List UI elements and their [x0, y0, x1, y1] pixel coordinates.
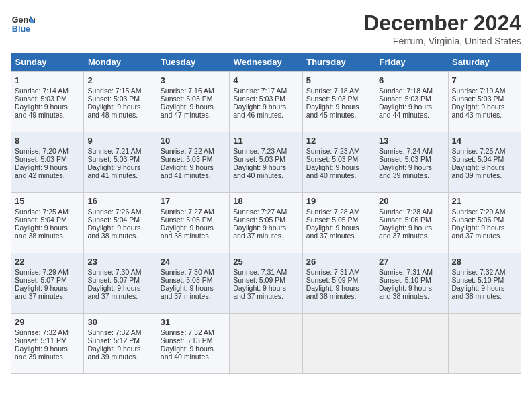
sunrise-text: Sunrise: 7:28 AM — [379, 208, 444, 216]
calendar-cell: 31Sunrise: 7:32 AMSunset: 5:13 PMDayligh… — [157, 314, 229, 374]
day-number: 25 — [233, 257, 298, 267]
logo: General Blue — [11, 11, 38, 35]
day-number: 7 — [452, 75, 517, 85]
daylight-text: Daylight: 9 hours and 37 minutes. — [379, 224, 444, 240]
sunrise-text: Sunrise: 7:30 AM — [87, 268, 152, 276]
day-number: 30 — [87, 317, 152, 327]
calendar-cell: 17Sunrise: 7:27 AMSunset: 5:05 PMDayligh… — [157, 193, 229, 253]
sunset-text: Sunset: 5:05 PM — [306, 216, 371, 224]
col-header-sunday: Sunday — [11, 53, 84, 72]
day-number: 9 — [87, 136, 152, 146]
calendar-cell: 16Sunrise: 7:26 AMSunset: 5:04 PMDayligh… — [84, 193, 157, 253]
calendar-cell: 11Sunrise: 7:23 AMSunset: 5:03 PMDayligh… — [230, 132, 302, 193]
sunset-text: Sunset: 5:03 PM — [379, 95, 444, 103]
sunset-text: Sunset: 5:13 PM — [161, 336, 226, 345]
day-number: 22 — [15, 257, 80, 267]
calendar-cell — [375, 314, 448, 374]
sunset-text: Sunset: 5:03 PM — [306, 95, 371, 103]
day-number: 18 — [233, 196, 298, 206]
header: General Blue December 2024 Ferrum, Virgi… — [11, 11, 521, 46]
col-header-wednesday: Wednesday — [230, 53, 302, 72]
calendar-cell: 13Sunrise: 7:24 AMSunset: 5:03 PMDayligh… — [375, 132, 448, 193]
sunrise-text: Sunrise: 7:32 AM — [15, 328, 80, 336]
logo-icon: General Blue — [11, 11, 35, 35]
day-number: 16 — [87, 196, 152, 206]
col-header-thursday: Thursday — [302, 53, 375, 72]
calendar-cell: 15Sunrise: 7:25 AMSunset: 5:04 PMDayligh… — [11, 193, 84, 253]
daylight-text: Daylight: 9 hours and 49 minutes. — [15, 103, 80, 119]
calendar-cell — [302, 314, 375, 374]
sunrise-text: Sunrise: 7:14 AM — [15, 87, 80, 95]
day-number: 1 — [15, 75, 80, 85]
sunset-text: Sunset: 5:09 PM — [233, 276, 298, 284]
sunset-text: Sunset: 5:10 PM — [452, 276, 517, 284]
sunset-text: Sunset: 5:03 PM — [233, 155, 298, 163]
daylight-text: Daylight: 9 hours and 40 minutes. — [306, 163, 371, 179]
sunset-text: Sunset: 5:03 PM — [306, 155, 371, 163]
day-number: 17 — [161, 196, 226, 206]
daylight-text: Daylight: 9 hours and 37 minutes. — [87, 284, 152, 300]
sunrise-text: Sunrise: 7:32 AM — [161, 328, 226, 336]
day-number: 11 — [233, 136, 298, 146]
sunset-text: Sunset: 5:03 PM — [87, 155, 152, 163]
calendar-cell: 12Sunrise: 7:23 AMSunset: 5:03 PMDayligh… — [302, 132, 375, 193]
daylight-text: Daylight: 9 hours and 40 minutes. — [233, 163, 298, 179]
sunset-text: Sunset: 5:03 PM — [233, 95, 298, 103]
location-subtitle: Ferrum, Virginia, United States — [363, 36, 521, 46]
sunset-text: Sunset: 5:07 PM — [15, 276, 80, 284]
daylight-text: Daylight: 9 hours and 39 minutes. — [379, 163, 444, 179]
daylight-text: Daylight: 9 hours and 41 minutes. — [87, 163, 152, 179]
sunset-text: Sunset: 5:09 PM — [306, 276, 371, 284]
daylight-text: Daylight: 9 hours and 37 minutes. — [161, 284, 226, 300]
sunset-text: Sunset: 5:04 PM — [87, 216, 152, 224]
day-number: 24 — [161, 257, 226, 267]
col-header-tuesday: Tuesday — [157, 53, 229, 72]
sunrise-text: Sunrise: 7:27 AM — [233, 208, 298, 216]
daylight-text: Daylight: 9 hours and 38 minutes. — [306, 284, 371, 300]
day-number: 6 — [379, 75, 444, 85]
sunset-text: Sunset: 5:11 PM — [15, 336, 80, 345]
sunrise-text: Sunrise: 7:25 AM — [452, 147, 517, 155]
calendar-cell: 4Sunrise: 7:17 AMSunset: 5:03 PMDaylight… — [230, 72, 302, 132]
daylight-text: Daylight: 9 hours and 37 minutes. — [15, 284, 80, 300]
calendar-cell: 23Sunrise: 7:30 AMSunset: 5:07 PMDayligh… — [84, 253, 157, 314]
sunrise-text: Sunrise: 7:24 AM — [379, 147, 444, 155]
sunrise-text: Sunrise: 7:29 AM — [452, 208, 517, 216]
col-header-monday: Monday — [84, 53, 157, 72]
sunrise-text: Sunrise: 7:23 AM — [233, 147, 298, 155]
sunrise-text: Sunrise: 7:31 AM — [306, 268, 371, 276]
day-number: 15 — [15, 196, 80, 206]
sunset-text: Sunset: 5:04 PM — [15, 216, 80, 224]
daylight-text: Daylight: 9 hours and 37 minutes. — [233, 224, 298, 240]
sunrise-text: Sunrise: 7:32 AM — [87, 328, 152, 336]
sunset-text: Sunset: 5:06 PM — [452, 216, 517, 224]
sunset-text: Sunset: 5:04 PM — [452, 155, 517, 163]
daylight-text: Daylight: 9 hours and 39 minutes. — [15, 345, 80, 361]
daylight-text: Daylight: 9 hours and 45 minutes. — [306, 103, 371, 119]
calendar-cell — [448, 314, 521, 374]
col-header-saturday: Saturday — [448, 53, 521, 72]
daylight-text: Daylight: 9 hours and 39 minutes. — [87, 345, 152, 361]
sunrise-text: Sunrise: 7:20 AM — [15, 147, 80, 155]
day-number: 13 — [379, 136, 444, 146]
sunrise-text: Sunrise: 7:25 AM — [15, 208, 80, 216]
calendar-cell: 5Sunrise: 7:18 AMSunset: 5:03 PMDaylight… — [302, 72, 375, 132]
sunrise-text: Sunrise: 7:31 AM — [379, 268, 444, 276]
day-number: 19 — [306, 196, 371, 206]
daylight-text: Daylight: 9 hours and 40 minutes. — [161, 345, 226, 361]
sunrise-text: Sunrise: 7:19 AM — [452, 87, 517, 95]
sunrise-text: Sunrise: 7:17 AM — [233, 87, 298, 95]
calendar-cell: 19Sunrise: 7:28 AMSunset: 5:05 PMDayligh… — [302, 193, 375, 253]
sunset-text: Sunset: 5:03 PM — [15, 155, 80, 163]
calendar-cell: 27Sunrise: 7:31 AMSunset: 5:10 PMDayligh… — [375, 253, 448, 314]
calendar-cell: 28Sunrise: 7:32 AMSunset: 5:10 PMDayligh… — [448, 253, 521, 314]
day-number: 27 — [379, 257, 444, 267]
sunrise-text: Sunrise: 7:31 AM — [233, 268, 298, 276]
sunrise-text: Sunrise: 7:32 AM — [452, 268, 517, 276]
calendar-cell: 10Sunrise: 7:22 AMSunset: 5:03 PMDayligh… — [157, 132, 229, 193]
sunset-text: Sunset: 5:08 PM — [161, 276, 226, 284]
col-header-friday: Friday — [375, 53, 448, 72]
daylight-text: Daylight: 9 hours and 37 minutes. — [306, 224, 371, 240]
daylight-text: Daylight: 9 hours and 44 minutes. — [379, 103, 444, 119]
month-title: December 2024 — [363, 11, 521, 36]
